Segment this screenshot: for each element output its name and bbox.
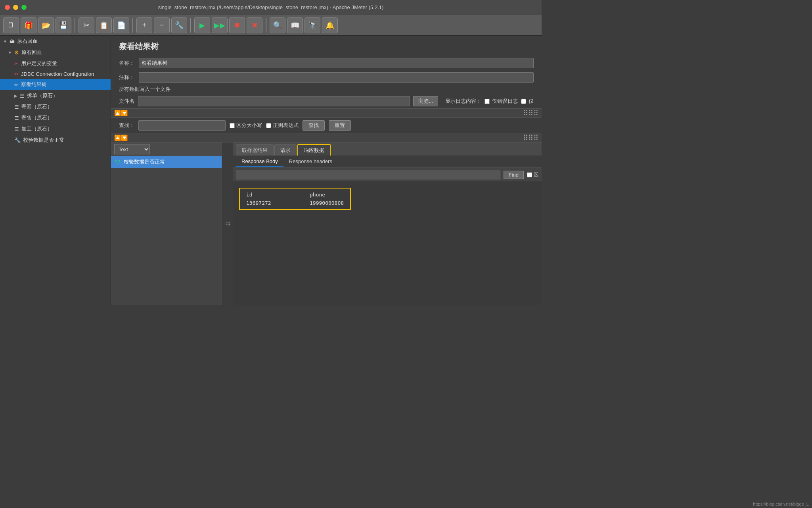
help-button[interactable]: 🔭 bbox=[304, 17, 320, 33]
extra-label: 仅 bbox=[529, 98, 534, 105]
sidebar-label-listener: 察看结果树 bbox=[21, 81, 47, 88]
sidebar-item-jishou[interactable]: ☰ 寄售（原石） bbox=[0, 112, 111, 123]
wrench-button[interactable]: 🔧 bbox=[171, 17, 187, 33]
file-label: 文件名 bbox=[119, 98, 135, 105]
error-only-checkbox[interactable] bbox=[485, 99, 490, 104]
copy-button[interactable]: 📋 bbox=[96, 17, 112, 33]
tab-sampler-results[interactable]: 取样器结果 bbox=[236, 144, 274, 156]
root-icon: 🏔 bbox=[10, 38, 15, 44]
sidebar-item-vars[interactable]: ✂ 用户定义的变量 bbox=[0, 58, 111, 69]
sidebar-item-group2[interactable]: ▶ ☰ 拆单（原石） bbox=[0, 90, 111, 101]
log-viewer-button[interactable]: 📖 bbox=[287, 17, 303, 33]
drag-handle-vertical[interactable]: ⠿ bbox=[222, 221, 233, 227]
response-body-content: id phone 13697272 19990000808 bbox=[233, 181, 542, 305]
search-input[interactable] bbox=[138, 120, 226, 131]
all-data-label: 所有数据写入一个文件 bbox=[119, 86, 170, 93]
maximize-button[interactable] bbox=[21, 5, 27, 10]
name-row: 名称： bbox=[111, 56, 542, 70]
start-no-pause-button[interactable]: ▶▶ bbox=[212, 17, 228, 33]
item2-icon: ☰ bbox=[14, 115, 19, 121]
col-phone-header: phone bbox=[310, 192, 341, 198]
sidebar-item-jiagong[interactable]: ☰ 加工（原石） bbox=[0, 123, 111, 135]
search-row: 查找： 区分大小写 正则表达式 查找 重置 bbox=[111, 118, 542, 133]
toolbar: 🗒 🎁 📂 💾 ✂ 📋 📄 + − 🔧 ▶ ▶▶ ⏹ ✖ 🔍 📖 🔭 🔔 bbox=[0, 15, 542, 36]
extra-checkbox[interactable] bbox=[521, 99, 526, 104]
sidebar-item-root[interactable]: ▼ 🏔 原石回血 bbox=[0, 36, 111, 47]
find-button[interactable]: 查找 bbox=[303, 120, 325, 131]
regex-checkbox[interactable] bbox=[266, 123, 271, 128]
all-data-row: 所有数据写入一个文件 bbox=[111, 85, 542, 94]
templates-button[interactable]: 🎁 bbox=[21, 17, 36, 33]
tab-request[interactable]: 请求 bbox=[274, 144, 297, 156]
data-value-row-0: 13697272 19990000808 bbox=[246, 200, 344, 206]
add-button[interactable]: + bbox=[136, 17, 152, 33]
error-only-label: 仅错误日志 bbox=[492, 98, 518, 105]
sidebar-label-validate: 校验数据是否正常 bbox=[23, 137, 64, 144]
divider2-arrow-left: 🔼🔽 bbox=[114, 135, 128, 141]
paste-button[interactable]: 📄 bbox=[113, 17, 129, 33]
separator-4 bbox=[266, 18, 266, 33]
cell-id-0: 13697272 bbox=[246, 200, 278, 206]
group2-icon: ☰ bbox=[20, 93, 25, 99]
browse-button[interactable]: 浏览... bbox=[413, 96, 438, 106]
response-search-input[interactable] bbox=[236, 170, 500, 179]
response-sub-tabs: Response Body Response headers bbox=[233, 156, 542, 168]
sidebar-label-group2: 拆单（原石） bbox=[27, 92, 58, 99]
sample-header: Text JSON XML HTML Boundary bbox=[111, 142, 222, 156]
sidebar-item-jdbc[interactable]: ✂ JDBC Connection Configuration bbox=[0, 69, 111, 79]
open-button[interactable]: 📂 bbox=[38, 17, 54, 33]
divider-1: 🔼🔽 ⠿⠿⠿ bbox=[111, 108, 542, 118]
save-button[interactable]: 💾 bbox=[56, 17, 71, 33]
file-input[interactable] bbox=[138, 96, 410, 106]
panel-title: 察看结果树 bbox=[111, 36, 542, 56]
data-header-row: id phone bbox=[246, 192, 344, 200]
regex-label: 正则表达式 bbox=[273, 122, 299, 129]
bell-button[interactable]: 🔔 bbox=[322, 17, 338, 33]
name-label: 名称： bbox=[119, 60, 135, 67]
response-case-checkbox[interactable] bbox=[527, 172, 532, 177]
divider-2: 🔼🔽 ⠿⠿⠿ bbox=[111, 133, 542, 142]
tab-response-data[interactable]: 响应数据 bbox=[297, 144, 331, 156]
search-label: 查找： bbox=[119, 122, 134, 129]
remove-button[interactable]: − bbox=[154, 17, 170, 33]
item1-icon: ☰ bbox=[14, 104, 19, 110]
case-checkbox[interactable] bbox=[230, 123, 235, 128]
response-panel: 取样器结果 请求 响应数据 Response Body Response bbox=[233, 142, 542, 305]
sidebar-item-validate[interactable]: 🔧 校验数据是否正常 bbox=[0, 135, 111, 146]
window-title: single_stone_restore.jmx (/Users/apple/D… bbox=[158, 4, 384, 10]
comment-input[interactable] bbox=[139, 72, 534, 83]
sidebar-label-jdbc: JDBC Connection Configuration bbox=[21, 71, 94, 77]
cut-button[interactable]: ✂ bbox=[79, 17, 94, 33]
response-find-button[interactable]: Find bbox=[504, 171, 524, 179]
right-panel: 察看结果树 名称： 注释： 所有数据写入一个文件 文件名 浏览... 显示日志内… bbox=[111, 36, 542, 305]
listener-icon: ✏ bbox=[14, 82, 19, 88]
gear-icon: ⚙ bbox=[14, 50, 19, 56]
stop-button[interactable]: ⏹ bbox=[229, 17, 245, 33]
shutdown-button[interactable]: ✖ bbox=[247, 17, 262, 33]
sidebar-item-listener[interactable]: ✏ 察看结果树 bbox=[0, 79, 111, 90]
sidebar-item-jihuei[interactable]: ☰ 寄回（原石） bbox=[0, 101, 111, 112]
sub-tab-body[interactable]: Response Body bbox=[236, 157, 283, 167]
reset-button[interactable]: 重置 bbox=[329, 120, 351, 131]
cell-phone-0: 19990000808 bbox=[310, 200, 344, 206]
sidebar-label-root: 原石回血 bbox=[17, 38, 38, 45]
close-button[interactable] bbox=[5, 5, 10, 10]
item3-icon: ☰ bbox=[14, 126, 19, 132]
new-button[interactable]: 🗒 bbox=[3, 17, 19, 33]
start-button[interactable]: ▶ bbox=[194, 17, 210, 33]
sidebar-label-item2: 寄售（原石） bbox=[21, 114, 52, 121]
sub-tab-headers[interactable]: Response headers bbox=[283, 157, 338, 167]
sidebar-label-item1: 寄回（原石） bbox=[21, 103, 52, 110]
search-button[interactable]: 🔍 bbox=[270, 17, 285, 33]
text-dropdown: Text JSON XML HTML Boundary bbox=[114, 144, 150, 154]
data-table-highlight: id phone 13697272 19990000808 bbox=[239, 188, 351, 210]
title-bar: single_stone_restore.jmx (/Users/apple/D… bbox=[0, 0, 542, 15]
collapse-arrow-root: ▼ bbox=[3, 39, 7, 44]
sidebar-item-group[interactable]: ▼ ⚙ 原石回血 bbox=[0, 47, 111, 58]
wrench-icon-validate: 🔧 bbox=[14, 137, 21, 143]
log-display-label: 显示日志内容： bbox=[445, 98, 481, 105]
text-select[interactable]: Text JSON XML HTML Boundary bbox=[114, 144, 150, 154]
minimize-button[interactable] bbox=[13, 5, 18, 10]
sample-row-validate[interactable]: 🛡 校验数据是否正常 bbox=[111, 156, 222, 168]
name-input[interactable] bbox=[139, 58, 534, 68]
